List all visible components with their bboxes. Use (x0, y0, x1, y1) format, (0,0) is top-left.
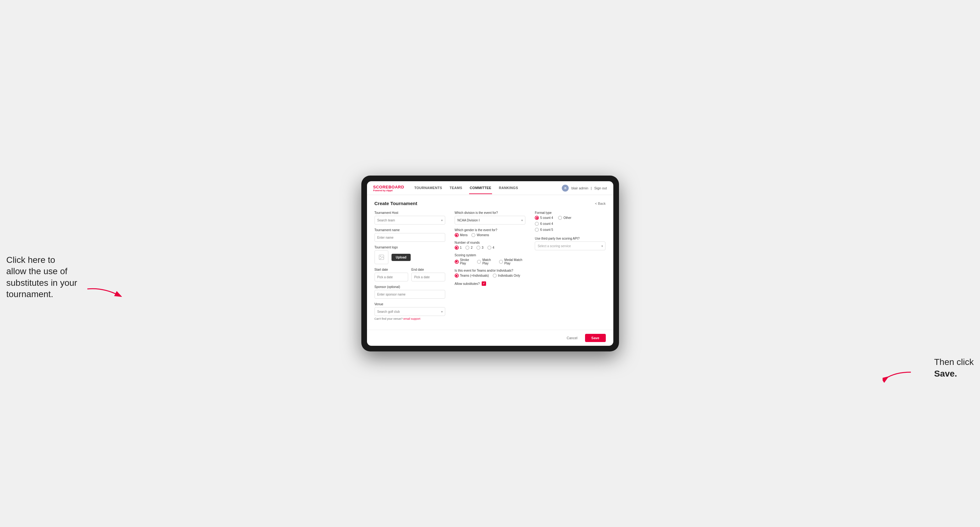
annotation-left: Click here to allow the use of substitut… (6, 254, 77, 300)
teams-plus-ind[interactable]: Teams (+Individuals) (455, 273, 489, 278)
logo-subtext: Powered by clippd (373, 189, 404, 192)
scoring-label: Scoring system (455, 254, 525, 257)
format-6count5[interactable]: 6 count 5 (535, 228, 606, 232)
logo-text: SCOREBOARD (373, 185, 404, 189)
scoring-stroke[interactable]: Stroke Play (455, 258, 473, 265)
tournament-logo-label: Tournament logo (374, 246, 445, 249)
gender-womens-radio[interactable] (471, 233, 476, 237)
api-group: Use third-party live scoring API? Select… (535, 237, 606, 250)
tournament-host-input[interactable] (374, 216, 445, 225)
form-footer: Cancel Save (367, 330, 613, 346)
rounds-2-label: 2 (471, 246, 473, 249)
form-grid: Tournament Host Tournament name Tourname… (374, 211, 606, 324)
rounds-4[interactable]: 4 (487, 246, 495, 250)
rounds-2-radio[interactable] (465, 246, 469, 250)
form-column-2: Which division is the event for? NCAA Di… (455, 211, 525, 324)
nav-tournaments[interactable]: TOURNAMENTS (414, 182, 443, 194)
rounds-3-radio[interactable] (476, 246, 480, 250)
user-name: blair admin (571, 186, 588, 190)
tournament-host-wrapper (374, 216, 445, 225)
navigation: SCOREBOARD Powered by clippd TOURNAMENTS… (367, 181, 613, 195)
tournament-name-group: Tournament name (374, 228, 445, 242)
scoring-stroke-radio[interactable] (455, 260, 459, 264)
email-support-link[interactable]: email support (403, 317, 420, 321)
rounds-4-radio[interactable] (487, 246, 492, 250)
gender-mens[interactable]: Mens (455, 233, 468, 237)
end-date-input[interactable] (411, 273, 445, 281)
api-select[interactable]: Select a scoring service (535, 241, 606, 250)
nav-rankings[interactable]: RANKINGS (498, 182, 519, 194)
format-6count4-label: 6 count 4 (540, 222, 553, 225)
division-label: Which division is the event for? (455, 211, 525, 214)
format-other[interactable]: Other (558, 216, 571, 220)
format-6count4[interactable]: 6 count 4 (535, 222, 606, 226)
venue-label: Venue (374, 302, 445, 306)
gender-womens[interactable]: Womens (471, 233, 489, 237)
sponsor-input[interactable] (374, 290, 445, 299)
rounds-1-label: 1 (460, 246, 462, 249)
teams-plus-ind-radio[interactable] (455, 273, 459, 278)
gender-label: Which gender is the event for? (455, 228, 525, 232)
format-5count4[interactable]: 5 count 4 (535, 216, 553, 220)
teams-plus-ind-label: Teams (+Individuals) (460, 274, 489, 277)
format-other-radio[interactable] (558, 216, 562, 220)
division-group: Which division is the event for? NCAA Di… (455, 211, 525, 225)
tournament-name-input[interactable] (374, 233, 445, 242)
format-6count5-label: 6 count 5 (540, 228, 553, 232)
substitutes-checkbox[interactable] (482, 281, 486, 286)
venue-input[interactable] (374, 307, 445, 316)
scoring-radio-group: Stroke Play Match Play Medal Match Play (455, 258, 525, 265)
scoring-medal-label: Medal Match Play (504, 258, 525, 265)
back-link[interactable]: Back (595, 202, 606, 205)
format-label: Format type (535, 211, 606, 214)
teams-radio-group: Teams (+Individuals) Individuals Only (455, 273, 525, 278)
ind-only-radio[interactable] (493, 273, 497, 278)
date-row: Start date End date (374, 268, 445, 281)
scoring-match-radio[interactable] (477, 260, 481, 264)
teams-group: Is this event for Teams and/or Individua… (455, 269, 525, 278)
page-title: Create Tournament (374, 201, 417, 206)
api-select-wrapper: Select a scoring service (535, 241, 606, 250)
rounds-3[interactable]: 3 (476, 246, 484, 250)
division-select[interactable]: NCAA Division I (455, 216, 525, 225)
page-header: Create Tournament Back (374, 201, 606, 206)
arrow-right-icon (883, 369, 914, 385)
form-column-1: Tournament Host Tournament name Tourname… (374, 211, 445, 324)
save-button[interactable]: Save (585, 334, 606, 342)
rounds-2[interactable]: 2 (465, 246, 473, 250)
rounds-radio-group: 1 2 3 4 (455, 246, 525, 250)
gender-mens-radio[interactable] (455, 233, 459, 237)
nav-committee[interactable]: COMMITTEE (469, 182, 492, 194)
gender-radio-group: Mens Womens (455, 233, 525, 237)
rounds-1[interactable]: 1 (455, 246, 462, 250)
format-6count5-radio[interactable] (535, 228, 539, 232)
start-date-input[interactable] (374, 273, 409, 281)
tournament-host-label: Tournament Host (374, 211, 445, 214)
upload-button[interactable]: Upload (391, 254, 411, 261)
annotation-left-line3: substitutes in your (6, 278, 77, 288)
nav-teams[interactable]: TEAMS (449, 182, 463, 194)
scoring-match[interactable]: Match Play (477, 258, 495, 265)
format-6count4-radio[interactable] (535, 222, 539, 226)
gender-womens-label: Womens (477, 233, 489, 237)
substitutes-checkbox-group[interactable]: Allow substitutes? (455, 281, 525, 286)
format-group: Format type 5 count 4 Other (535, 211, 606, 232)
sponsor-label: Sponsor (optional) (374, 285, 445, 289)
scoring-group: Scoring system Stroke Play Match Play (455, 254, 525, 265)
venue-group: Venue Can't find your venue? email suppo… (374, 302, 445, 321)
ind-only-label: Individuals Only (498, 274, 520, 277)
end-date-group: End date (411, 268, 445, 281)
sign-out-link[interactable]: Sign out (594, 186, 607, 190)
cancel-button[interactable]: Cancel (562, 334, 582, 342)
annotation-left-line1: Click here to (6, 255, 55, 265)
app-logo: SCOREBOARD Powered by clippd (373, 185, 404, 192)
avatar: B (562, 185, 569, 192)
rounds-label: Number of rounds (455, 241, 525, 244)
rounds-1-radio[interactable] (455, 246, 459, 250)
ind-only[interactable]: Individuals Only (493, 273, 520, 278)
scoring-medal-match[interactable]: Medal Match Play (499, 258, 525, 265)
annotation-right-bold: Save. (934, 369, 957, 378)
scoring-medal-radio[interactable] (499, 260, 503, 264)
rounds-group: Number of rounds 1 2 (455, 241, 525, 250)
format-5count4-radio[interactable] (535, 216, 539, 220)
